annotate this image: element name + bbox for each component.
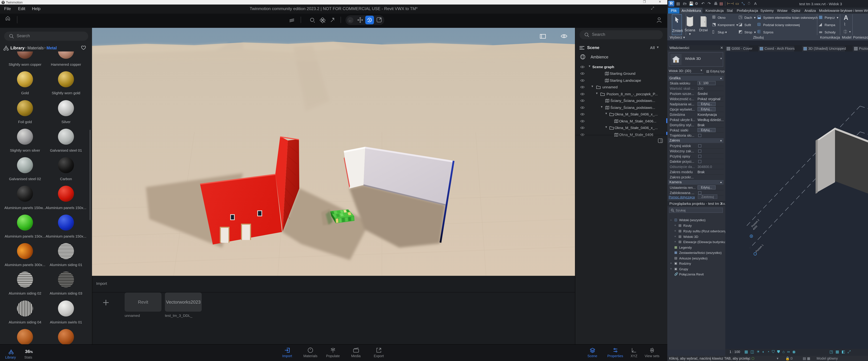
svg-text:Poziom 1: Poziom 1 [755, 244, 764, 253]
